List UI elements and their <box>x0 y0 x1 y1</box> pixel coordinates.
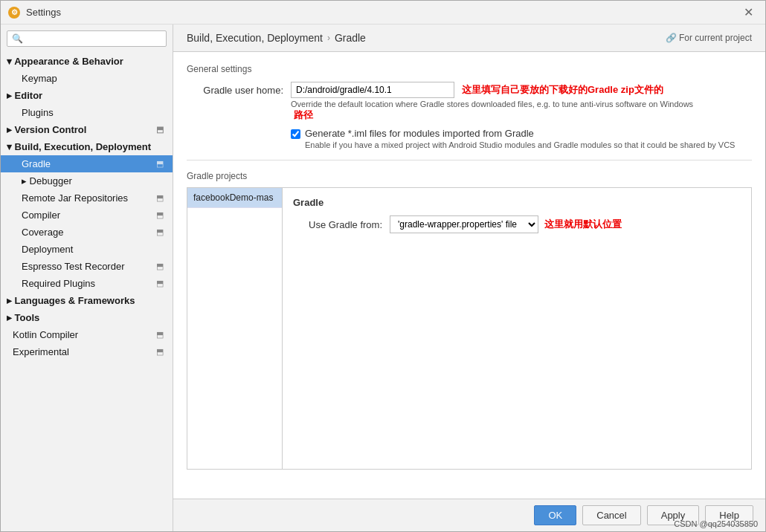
sidebar-item-label: Plugins <box>22 107 54 118</box>
search-icon: 🔍 <box>12 33 23 44</box>
ok-button[interactable]: OK <box>534 505 576 525</box>
sidebar-item-label: Espresso Test Recorder <box>22 261 125 272</box>
sidebar-item-label: ▾ Appearance & Behavior <box>7 56 123 67</box>
generate-iml-helper: Enable if you have a mixed project with … <box>305 140 735 149</box>
search-input[interactable] <box>26 33 161 44</box>
for-current-project-link[interactable]: 🔗 For current project <box>666 33 752 43</box>
sidebar-item-label: Compiler <box>22 210 60 221</box>
sidebar-item-espresso-test-recorder[interactable]: Espresso Test Recorder ⬒ <box>1 258 173 275</box>
sidebar-item-label: ▸ Languages & Frameworks <box>7 295 135 306</box>
sidebar-item-label: Required Plugins <box>22 278 95 289</box>
generate-iml-group: Generate *.iml files for modules importe… <box>305 128 735 149</box>
remote-jar-ext-icon: ⬒ <box>156 193 164 203</box>
sidebar-item-kotlin-compiler[interactable]: Kotlin Compiler ⬒ <box>1 326 173 343</box>
sidebar-item-compiler[interactable]: Compiler ⬒ <box>1 207 173 224</box>
gradle-home-annotation: 这里填写自己要放的下载好的Gradle zip文件的 <box>462 83 663 97</box>
sidebar-item-version-control[interactable]: ▸ Version Control ⬒ <box>1 121 173 138</box>
sidebar-item-required-plugins[interactable]: Required Plugins ⬒ <box>1 275 173 292</box>
sidebar-item-appearance-behavior[interactable]: ▾ Appearance & Behavior <box>1 53 173 70</box>
sidebar-item-deployment[interactable]: Deployment <box>1 241 173 258</box>
breadcrumb-parent: Build, Execution, Deployment <box>187 32 323 44</box>
project-item-label: facebookDemo-mas <box>193 192 273 203</box>
project-item[interactable]: facebookDemo-mas <box>187 188 282 208</box>
gradle-ext-icon: ⬒ <box>156 159 164 169</box>
gradle-detail: Gradle Use Gradle from: 'gradle-wrapper.… <box>283 188 751 469</box>
gradle-user-home-control: 这里填写自己要放的下载好的Gradle zip文件的 Override the … <box>291 82 752 122</box>
title-bar: ⚙ Settings ✕ <box>1 1 765 25</box>
sidebar-item-editor[interactable]: ▸ Editor <box>1 87 173 104</box>
divider <box>187 160 752 160</box>
search-box[interactable]: 🔍 <box>7 30 167 47</box>
sidebar-item-debugger[interactable]: ▸ Debugger <box>1 172 173 189</box>
coverage-ext-icon: ⬒ <box>156 227 164 237</box>
gradle-user-home-input[interactable] <box>291 82 454 98</box>
close-button[interactable]: ✕ <box>739 4 758 21</box>
sidebar-item-label: ▸ Editor <box>7 90 42 101</box>
breadcrumb-separator: › <box>327 33 330 43</box>
compiler-ext-icon: ⬒ <box>156 210 164 220</box>
sidebar-item-label: ▸ Debugger <box>22 175 72 186</box>
gradle-user-home-input-row: 这里填写自己要放的下载好的Gradle zip文件的 <box>291 82 752 98</box>
gradle-home-annotation2: 路径 <box>294 108 752 122</box>
gradle-user-home-row: Gradle user home: 这里填写自己要放的下载好的Gradle zi… <box>187 82 752 122</box>
breadcrumb: Build, Execution, Deployment › Gradle <box>187 32 366 44</box>
sidebar-item-gradle[interactable]: Gradle ⬒ <box>1 155 173 172</box>
kotlin-ext-icon: ⬒ <box>156 330 164 340</box>
link-icon: 🔗 <box>666 33 677 43</box>
settings-window: ⚙ Settings ✕ 🔍 ▾ Appearance & Behavior K… <box>0 0 766 532</box>
app-icon: ⚙ <box>8 7 20 19</box>
main-content: 🔍 ▾ Appearance & Behavior Keymap ▸ Edito… <box>1 25 765 531</box>
breadcrumb-current: Gradle <box>335 32 366 44</box>
use-gradle-from-annotation: 这里就用默认位置 <box>544 218 622 231</box>
gradle-user-home-label: Gradle user home: <box>187 82 283 96</box>
sidebar-item-label: Keymap <box>22 73 57 84</box>
cancel-button[interactable]: Cancel <box>582 505 640 525</box>
sidebar-item-label: Coverage <box>22 227 63 238</box>
sidebar-item-tools[interactable]: ▸ Tools <box>1 309 173 326</box>
sidebar-item-label: Kotlin Compiler <box>13 329 78 340</box>
sidebar-item-languages-frameworks[interactable]: ▸ Languages & Frameworks <box>1 292 173 309</box>
sidebar-item-label: ▸ Version Control <box>7 124 86 135</box>
gradle-user-home-helper: Override the default location where Grad… <box>291 100 752 108</box>
sidebar-item-coverage[interactable]: Coverage ⬒ <box>1 224 173 241</box>
generate-iml-label: Generate *.iml files for modules importe… <box>305 128 735 139</box>
sidebar: 🔍 ▾ Appearance & Behavior Keymap ▸ Edito… <box>1 25 173 531</box>
window-title: Settings <box>26 7 739 18</box>
sidebar-item-plugins[interactable]: Plugins <box>1 104 173 121</box>
espresso-ext-icon: ⬒ <box>156 262 164 271</box>
sidebar-item-label: Gradle <box>22 158 51 169</box>
project-list: facebookDemo-mas <box>187 188 283 469</box>
sidebar-item-label: Deployment <box>22 244 73 255</box>
generate-iml-row: Generate *.iml files for modules importe… <box>291 128 752 149</box>
sidebar-item-label: ▸ Tools <box>7 312 39 323</box>
sidebar-item-keymap[interactable]: Keymap <box>1 70 173 87</box>
link-label: For current project <box>679 33 752 43</box>
sidebar-item-experimental[interactable]: Experimental ⬒ <box>1 343 173 360</box>
use-gradle-from-row: Use Gradle from: 'gradle-wrapper.propert… <box>293 215 741 233</box>
sidebar-item-label: Remote Jar Repositories <box>22 192 128 204</box>
watermark: CSDN @qq254035850 <box>674 519 758 528</box>
experimental-ext-icon: ⬒ <box>156 347 164 357</box>
general-settings-title: General settings <box>187 64 752 74</box>
required-plugins-ext-icon: ⬒ <box>156 279 164 288</box>
sidebar-item-build-execution-deployment[interactable]: ▾ Build, Execution, Deployment <box>1 138 173 155</box>
sidebar-item-label: ▾ Build, Execution, Deployment <box>7 141 151 152</box>
gradle-detail-title: Gradle <box>293 197 741 208</box>
sidebar-item-remote-jar-repositories[interactable]: Remote Jar Repositories ⬒ <box>1 189 173 207</box>
sidebar-item-label: Experimental <box>13 346 69 357</box>
use-gradle-from-select[interactable]: 'gradle-wrapper.properties' file Specifi… <box>390 215 538 233</box>
version-control-ext-icon: ⬒ <box>156 125 164 134</box>
gradle-projects-body: facebookDemo-mas Gradle Use Gradle from:… <box>187 187 752 470</box>
right-panel: Build, Execution, Deployment › Gradle 🔗 … <box>173 25 765 531</box>
panel-header: Build, Execution, Deployment › Gradle 🔗 … <box>173 25 765 52</box>
generate-iml-checkbox[interactable] <box>291 129 300 139</box>
panel-body: General settings Gradle user home: 这里填写自… <box>173 52 765 499</box>
gradle-projects-title: Gradle projects <box>187 171 752 181</box>
use-gradle-from-label: Use Gradle from: <box>293 219 382 230</box>
